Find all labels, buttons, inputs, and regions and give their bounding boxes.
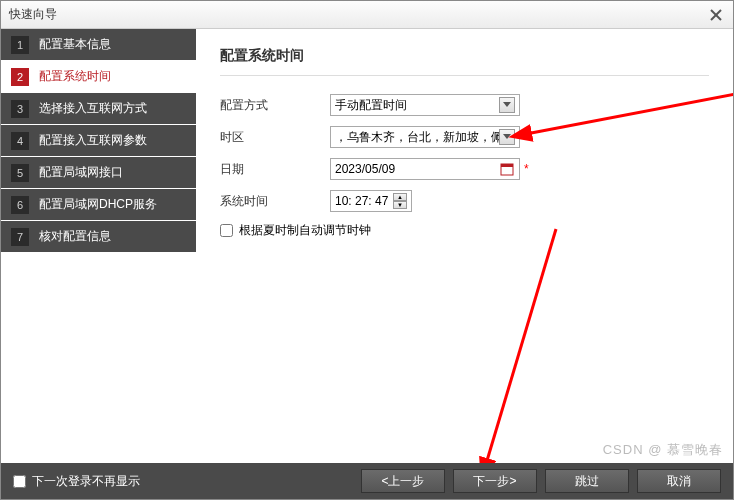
svg-line-9 [486, 229, 556, 463]
svg-rect-5 [501, 164, 513, 167]
checkbox-autoadjust[interactable] [220, 224, 233, 237]
row-systime: 系统时间 10: 27: 47 ▲ ▼ [220, 190, 709, 212]
spinner: ▲ ▼ [393, 193, 407, 209]
spin-up-icon[interactable]: ▲ [393, 193, 407, 201]
prev-button[interactable]: <上一步 [361, 469, 445, 493]
watermark: CSDN @ 慕雪晚春 [603, 441, 723, 459]
label-autoadjust: 根据夏时制自动调节时钟 [239, 222, 371, 239]
row-date: 日期 2023/05/09 * [220, 158, 709, 180]
sidebar-item-systime[interactable]: 2配置系统时间 [1, 61, 196, 93]
select-method[interactable]: 手动配置时间 [330, 94, 520, 116]
cancel-button[interactable]: 取消 [637, 469, 721, 493]
input-date[interactable]: 2023/05/09 [330, 158, 520, 180]
input-systime[interactable]: 10: 27: 47 ▲ ▼ [330, 190, 412, 212]
select-timezone[interactable]: ，乌鲁木齐，台北，新加坡，佩思 [330, 126, 520, 148]
sidebar: 1配置基本信息 2配置系统时间 3选择接入互联网方式 4配置接入互联网参数 5配… [1, 29, 196, 463]
main-panel: 配置系统时间 配置方式 手动配置时间 时区 ，乌鲁木齐，台北，新加坡，佩思 日期 [196, 29, 733, 463]
required-icon: * [524, 162, 529, 176]
label-timezone: 时区 [220, 129, 330, 146]
annotation-arrow [416, 224, 566, 463]
checkbox-dontshow[interactable] [13, 475, 26, 488]
next-button[interactable]: 下一步> [453, 469, 537, 493]
chevron-down-icon [499, 97, 515, 113]
sidebar-item-wanmode[interactable]: 3选择接入互联网方式 [1, 93, 196, 125]
dialog-title: 快速向导 [9, 6, 57, 23]
sidebar-item-lan[interactable]: 5配置局域网接口 [1, 157, 196, 189]
dialog-body: 1配置基本信息 2配置系统时间 3选择接入互联网方式 4配置接入互联网参数 5配… [1, 29, 733, 463]
row-autoadjust: 根据夏时制自动调节时钟 [220, 222, 709, 239]
svg-marker-3 [503, 134, 511, 139]
spin-down-icon[interactable]: ▼ [393, 201, 407, 209]
label-dontshow: 下一次登录不再显示 [32, 473, 140, 490]
sidebar-item-basic[interactable]: 1配置基本信息 [1, 29, 196, 61]
sidebar-item-dhcp[interactable]: 6配置局域网DHCP服务 [1, 189, 196, 221]
skip-button[interactable]: 跳过 [545, 469, 629, 493]
row-timezone: 时区 ，乌鲁木齐，台北，新加坡，佩思 [220, 126, 709, 148]
titlebar: 快速向导 [1, 1, 733, 29]
row-method: 配置方式 手动配置时间 [220, 94, 709, 116]
label-systime: 系统时间 [220, 193, 330, 210]
sidebar-item-review[interactable]: 7核对配置信息 [1, 221, 196, 253]
footer: 下一次登录不再显示 <上一步 下一步> 跳过 取消 [1, 463, 733, 499]
wizard-dialog: 快速向导 1配置基本信息 2配置系统时间 3选择接入互联网方式 4配置接入互联网… [0, 0, 734, 500]
label-method: 配置方式 [220, 97, 330, 114]
svg-marker-2 [503, 102, 511, 107]
page-title: 配置系统时间 [220, 47, 709, 76]
calendar-icon [499, 161, 515, 177]
label-date: 日期 [220, 161, 330, 178]
close-icon[interactable] [707, 6, 725, 24]
chevron-down-icon [499, 129, 515, 145]
footer-left: 下一次登录不再显示 [13, 473, 353, 490]
sidebar-item-wanparam[interactable]: 4配置接入互联网参数 [1, 125, 196, 157]
